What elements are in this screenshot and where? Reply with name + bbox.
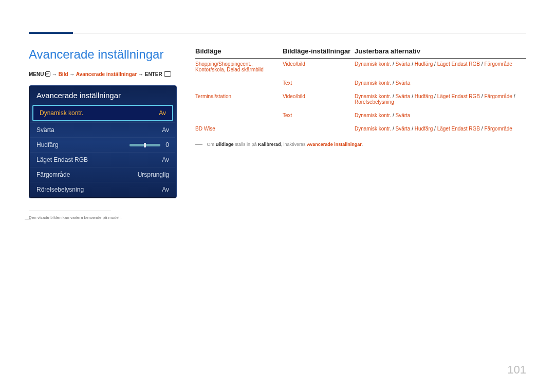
- footnote-divider: [29, 211, 111, 211]
- menu-item[interactable]: Läget Endast RGBAv: [30, 152, 175, 167]
- cell-installningar: [283, 126, 355, 132]
- th-bildlage-installningar: Bildläge-inställningar: [283, 47, 355, 55]
- menu-item[interactable]: Hudfärg0: [30, 137, 175, 152]
- page-title: Avancerade inställningar: [29, 47, 177, 62]
- settings-menu-panel: Avancerade inställningar Dynamisk kontr.…: [29, 85, 177, 198]
- menu-item-value: Av: [162, 126, 169, 134]
- menu-item-value: Av: [159, 109, 166, 117]
- cell-installningar: Video/bild: [283, 94, 355, 105]
- menu-item-label: Svärta: [36, 126, 54, 134]
- left-footnote: ― Den visade bilden kan variera beroende…: [29, 215, 177, 220]
- menu-item[interactable]: Dynamisk kontr.Av: [32, 105, 173, 121]
- cell-installningar: Text: [283, 80, 355, 86]
- dash-icon: ―: [25, 215, 31, 222]
- top-rule: [29, 33, 526, 33]
- menu-item-label: Rörelsebelysning: [36, 186, 84, 193]
- table-row: Terminal/stationVideo/bildDynamisk kontr…: [195, 91, 526, 110]
- menu-item-label: Läget Endast RGB: [36, 156, 88, 163]
- menu-item[interactable]: FärgområdeUrsprunglig: [30, 167, 175, 182]
- menu-title: Avancerade inställningar: [30, 87, 175, 104]
- cell-alternativ: Dynamisk kontr. / Svärta / Hudfärg / Läg…: [355, 61, 526, 72]
- th-justerbara: Justerbara alternativ: [355, 47, 526, 55]
- breadcrumb: MENU m → Bild → Avancerade inställningar…: [29, 71, 177, 77]
- page-number: 101: [507, 363, 526, 377]
- cell-bildlage: [195, 80, 283, 86]
- breadcrumb-step2: Avancerade inställningar: [76, 71, 137, 77]
- right-note: Om Bildläge ställs in på Kalibrerad, ina…: [195, 142, 526, 147]
- cell-alternativ: Dynamisk kontr. / Svärta / Hudfärg / Läg…: [355, 126, 526, 132]
- breadcrumb-suffix: ENTER: [145, 71, 162, 77]
- menu-item[interactable]: SvärtaAv: [30, 122, 175, 137]
- breadcrumb-prefix: MENU: [29, 71, 44, 77]
- menu-item-value: Av: [162, 156, 169, 163]
- enter-icon: [164, 71, 171, 77]
- cell-alternativ: Dynamisk kontr. / Svärta: [355, 80, 526, 86]
- table-row: TextDynamisk kontr. / Svärta: [195, 110, 526, 123]
- menu-item-value: Av: [162, 186, 169, 193]
- menu-item-label: Färgområde: [36, 171, 70, 178]
- menu-item[interactable]: RörelsebelysningAv: [30, 182, 175, 197]
- table-header-row: Bildläge Bildläge-inställningar Justerba…: [195, 47, 526, 59]
- table-row: TextDynamisk kontr. / Svärta: [195, 78, 526, 91]
- cell-bildlage: Shopping/Shoppingcent.,Kontor/skola, Del…: [195, 61, 283, 72]
- slider-thumb[interactable]: [144, 143, 146, 147]
- cell-alternativ: Dynamisk kontr. / Svärta: [355, 113, 526, 118]
- th-bildlage: Bildläge: [195, 47, 283, 55]
- slider-track[interactable]: [130, 144, 160, 146]
- table-row: Shopping/Shoppingcent.,Kontor/skola, Del…: [195, 59, 526, 78]
- cell-installningar: Text: [283, 113, 355, 118]
- menu-item-label: Dynamisk kontr.: [40, 109, 83, 117]
- cell-alternativ: Dynamisk kontr. / Svärta / Hudfärg / Läg…: [355, 94, 526, 105]
- dash-icon: [195, 144, 202, 145]
- cell-bildlage: Terminal/station: [195, 94, 283, 105]
- menu-icon: m: [45, 71, 50, 77]
- table-row: BD WiseDynamisk kontr. / Svärta / Hudfär…: [195, 123, 526, 137]
- menu-item-label: Hudfärg: [36, 141, 59, 148]
- cell-bildlage: [195, 113, 283, 118]
- menu-item-value: 0: [165, 141, 169, 148]
- menu-item-value: Ursprunglig: [138, 171, 169, 178]
- top-accent: [29, 32, 73, 34]
- breadcrumb-step1: Bild: [59, 71, 68, 77]
- cell-installningar: Video/bild: [283, 61, 355, 72]
- cell-bildlage: BD Wise: [195, 126, 283, 132]
